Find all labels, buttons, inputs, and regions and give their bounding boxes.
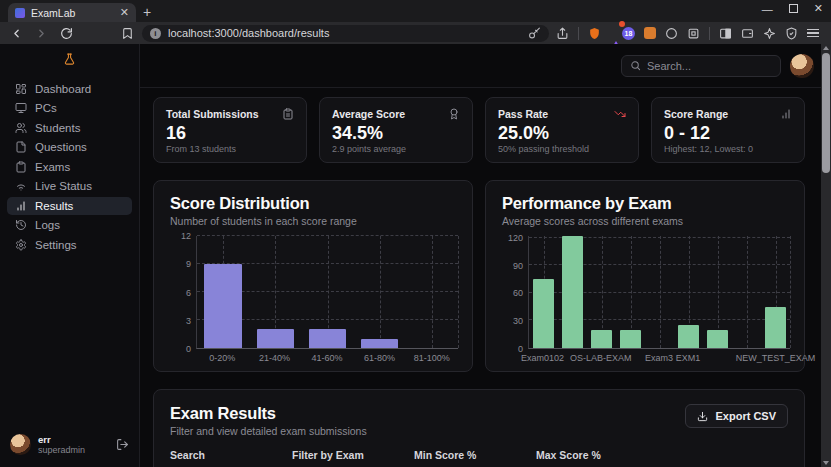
sidebar-item-label: Results — [35, 200, 73, 212]
sidebar-item-settings[interactable]: Settings — [7, 236, 132, 254]
share-icon[interactable] — [556, 27, 569, 40]
extensions-puzzle-icon[interactable] — [687, 27, 700, 40]
file-icon — [15, 141, 27, 153]
x-tick-label: Exam0102 — [521, 353, 564, 363]
trending-down-icon — [614, 108, 626, 120]
github-extension-icon[interactable] — [665, 27, 678, 40]
stat-value: 25.0% — [498, 123, 626, 143]
adblock-extension-icon[interactable] — [588, 27, 601, 40]
toolbar-divider — [709, 27, 710, 40]
browser-window: ExamLab ✕ + — ✕ i localhost:3000/dashboa… — [0, 0, 831, 467]
site-info-icon[interactable]: i — [150, 28, 161, 39]
filter-label: Filter by Exam — [292, 449, 404, 461]
sidebar-nav: DashboardPCsStudentsQuestionsExamsLive S… — [0, 80, 139, 254]
filter-filter-by-exam: Filter by Exam — [292, 449, 404, 467]
toolbar-divider — [578, 27, 579, 40]
score-distribution-chart: 0369120-20%21-40%41-60%61-80%81-100% — [170, 236, 458, 364]
back-button[interactable] — [10, 27, 23, 40]
stat-label: Total Submissions — [166, 108, 259, 120]
x-tick-label: Exam3 — [645, 353, 673, 363]
sidebar-item-pcs[interactable]: PCs — [7, 100, 132, 118]
forward-button[interactable] — [35, 27, 48, 40]
gridline — [432, 236, 433, 348]
sidebar-item-label: Dashboard — [35, 83, 91, 95]
sidebar-item-students[interactable]: Students — [7, 119, 132, 137]
y-tick-label: 30 — [513, 316, 523, 326]
header-avatar[interactable] — [790, 54, 814, 78]
bar[interactable] — [257, 329, 295, 348]
filter-label: Min Score % — [414, 449, 526, 461]
x-axis: Exam0102OS-LAB-EXAMExam3EXM1NEW_TEST_EXA… — [528, 349, 790, 364]
privacy-shield-icon[interactable] — [785, 27, 798, 40]
y-tick-label: 90 — [513, 261, 523, 271]
export-csv-button[interactable]: Export CSV — [685, 404, 788, 428]
bar[interactable] — [765, 307, 786, 348]
stat-subtitle: 2.9 points average — [332, 144, 460, 154]
y-tick-label: 12 — [181, 231, 191, 241]
filter-max-score-: Max Score % — [536, 449, 648, 467]
x-tick-label: 61-80% — [364, 353, 395, 363]
user-name: err — [38, 434, 85, 445]
bar[interactable] — [707, 330, 728, 348]
sidebar-item-questions[interactable]: Questions — [7, 139, 132, 157]
scrollbar-thumb[interactable] — [822, 53, 830, 173]
window-minimize-button[interactable]: — — [762, 3, 773, 15]
bar[interactable] — [309, 329, 347, 348]
logout-icon[interactable] — [116, 438, 129, 451]
sidebar-item-dashboard[interactable]: Dashboard — [7, 80, 132, 98]
sidebar-item-live-status[interactable]: Live Status — [7, 178, 132, 196]
sidebar-item-exams[interactable]: Exams — [7, 158, 132, 176]
stat-label: Pass Rate — [498, 108, 548, 120]
scroll-up-icon[interactable] — [823, 46, 829, 50]
sidebar-item-label: Live Status — [35, 180, 92, 192]
performance-by-exam-card: Performance by Exam Average scores acros… — [485, 180, 805, 372]
examlab-app: DashboardPCsStudentsQuestionsExamsLive S… — [0, 44, 821, 467]
bar[interactable] — [591, 330, 612, 348]
x-tick-label: 0-20% — [209, 353, 235, 363]
bar[interactable] — [678, 325, 699, 348]
bar[interactable] — [204, 264, 242, 348]
filter-label: Search — [170, 449, 282, 461]
extension-notification-icon[interactable] — [610, 24, 622, 42]
new-tab-button[interactable]: + — [143, 5, 151, 19]
stat-subtitle: 50% passing threshold — [498, 144, 626, 154]
browser-titlebar: ExamLab ✕ + — ✕ — [0, 0, 831, 22]
reload-button[interactable] — [60, 27, 73, 40]
orange-extension-icon[interactable] — [644, 27, 656, 39]
window-close-button[interactable]: ✕ — [814, 2, 823, 15]
bookmark-icon[interactable] — [121, 27, 134, 40]
window-maximize-button[interactable] — [789, 4, 798, 13]
wallet-icon[interactable] — [741, 27, 754, 40]
scroll-down-icon[interactable] — [823, 461, 829, 465]
clipboard-icon — [15, 161, 27, 173]
spark-icon[interactable] — [763, 27, 776, 40]
sidebar-item-label: Questions — [35, 141, 87, 153]
browser-menu-icon[interactable] — [807, 29, 819, 38]
password-key-icon[interactable] — [528, 27, 541, 40]
stat-label: Average Score — [332, 108, 405, 120]
sidebar-item-results[interactable]: Results — [7, 197, 132, 215]
side-panel-icon[interactable] — [719, 27, 732, 40]
section-title: Exam Results — [170, 404, 367, 423]
y-tick-label: 3 — [186, 316, 191, 326]
app-logo-icon — [0, 44, 139, 80]
browser-tab[interactable]: ExamLab ✕ — [8, 3, 136, 22]
bar[interactable] — [562, 236, 583, 348]
url-text[interactable]: localhost:3000/dashboard/results — [168, 27, 521, 39]
x-tick-label: OS-LAB-EXAM — [570, 353, 632, 363]
stat-card-pass-rate: Pass Rate25.0%50% passing threshold — [485, 97, 639, 163]
monitor-icon — [15, 102, 27, 114]
bar[interactable] — [533, 279, 554, 348]
bar[interactable] — [361, 339, 399, 348]
extension-badge-icon[interactable]: 18 — [622, 27, 635, 40]
address-bar[interactable]: i localhost:3000/dashboard/results — [142, 25, 549, 42]
plot-area — [528, 236, 790, 349]
tab-close-icon[interactable]: ✕ — [120, 7, 129, 18]
search-input[interactable]: Search... — [621, 55, 781, 77]
clipboard-list-icon — [282, 108, 294, 120]
page-scrollbar[interactable] — [821, 44, 831, 467]
y-axis: 0306090120 — [502, 236, 528, 349]
search-placeholder: Search... — [647, 60, 691, 72]
sidebar-item-logs[interactable]: Logs — [7, 217, 132, 235]
bar[interactable] — [620, 330, 641, 348]
